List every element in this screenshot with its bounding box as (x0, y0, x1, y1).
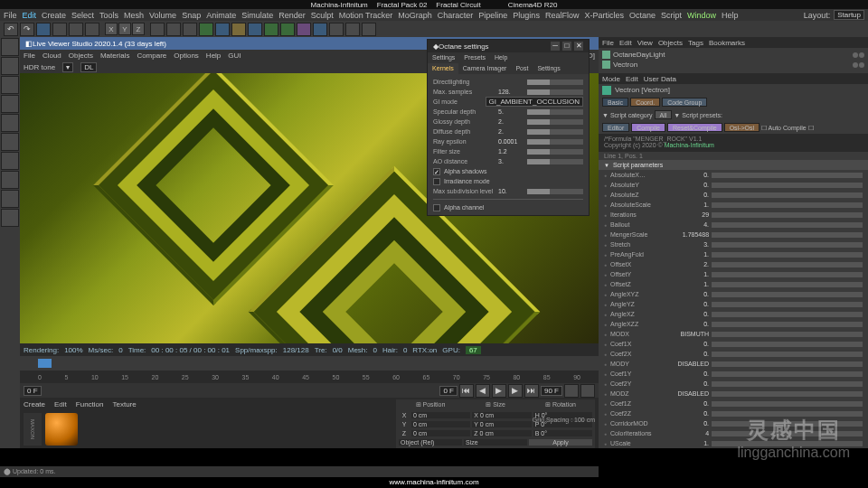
tool-button[interactable] (52, 23, 67, 36)
minimize-button[interactable]: ─ (551, 42, 560, 51)
tool-button[interactable] (248, 23, 262, 36)
param-row[interactable]: AngleYZ0. (599, 299, 868, 309)
tab-create[interactable]: Create (24, 400, 45, 408)
tool-button[interactable] (1, 190, 19, 208)
vpmenu-materials[interactable]: Materials (100, 52, 129, 60)
param-row[interactable]: AngleXZ0. (599, 309, 868, 319)
param-row[interactable]: AbsoluteZ0. (599, 190, 868, 200)
play-button[interactable]: ▶ (492, 384, 506, 398)
axis-z[interactable]: Z (132, 23, 145, 35)
octane-param[interactable]: Directlighting (433, 77, 583, 87)
param-row[interactable]: Coef2Y0. (599, 379, 868, 389)
tab-function[interactable]: Function (76, 400, 104, 408)
menu-select[interactable]: Select (71, 11, 94, 20)
menu-script[interactable]: Script (661, 11, 682, 20)
tab-edit[interactable]: Edit (54, 400, 67, 408)
param-row[interactable]: AbsoluteX…0. (599, 170, 868, 180)
menu-help[interactable]: Help (722, 11, 739, 20)
param-row[interactable]: MODYDISABLED (599, 359, 868, 369)
object-item[interactable]: OctaneDayLight (602, 50, 864, 60)
goto-end-button[interactable]: ⏭ (524, 384, 539, 398)
menu-animate[interactable]: Animate (206, 11, 236, 20)
tool-button[interactable] (1, 38, 19, 56)
param-row[interactable]: Coef1Y0. (599, 369, 868, 379)
tool-button[interactable] (264, 23, 278, 36)
param-row[interactable]: Coef2X0. (599, 349, 868, 359)
menu-mesh[interactable]: Mesh (124, 11, 144, 20)
playhead[interactable] (38, 359, 52, 368)
param-row[interactable]: AbsoluteY0. (599, 180, 868, 190)
frame-start[interactable]: 0 F (24, 386, 42, 396)
menu-render[interactable]: Render (278, 11, 306, 20)
param-row[interactable]: OffsetX2. (599, 259, 868, 269)
vpmenu-objects[interactable]: Objects (69, 52, 93, 60)
octane-titlebar[interactable]: ◆ Octane settings ─□✕ (428, 40, 589, 52)
param-row[interactable]: PreAngFold1. (599, 249, 868, 259)
undo-button[interactable]: ↶ (4, 23, 18, 36)
tool-button[interactable] (166, 23, 181, 36)
script-category-select[interactable]: All (655, 110, 673, 119)
vpmenu-gui[interactable]: GUI (228, 52, 241, 60)
param-row[interactable]: Stretch3. (599, 239, 868, 249)
tool-button[interactable] (150, 23, 165, 36)
param-row[interactable]: AngleXYZ0. (599, 289, 868, 299)
menu-sculpt[interactable]: Sculpt (311, 11, 334, 20)
frame-current[interactable]: 0 F (439, 386, 458, 396)
tool-button[interactable] (1, 57, 19, 75)
tool-button[interactable] (313, 23, 327, 36)
tool-button[interactable] (85, 23, 99, 36)
tool-button[interactable] (231, 23, 246, 36)
apply-button[interactable]: Apply (529, 439, 592, 446)
layout-selector[interactable]: Layout:Startup (804, 10, 864, 20)
param-row[interactable]: OffsetY1. (599, 269, 868, 279)
tool-button[interactable] (1, 152, 19, 170)
tool-button[interactable] (362, 23, 376, 36)
octane-param[interactable]: Diffuse depth2. (433, 127, 583, 136)
param-row[interactable]: AngleXZZ0. (599, 319, 868, 329)
param-row[interactable]: Iterations29 (599, 210, 868, 220)
param-row[interactable]: MODZDISABLED (599, 389, 868, 399)
octane-param[interactable]: Filter size1.2 (433, 146, 583, 156)
menu-window[interactable]: Window (687, 11, 716, 20)
tool-button[interactable] (215, 23, 230, 36)
vpmenu-options[interactable]: Options (174, 52, 199, 60)
param-row[interactable]: CorridorMOD0. (599, 418, 868, 428)
menu-snap[interactable]: Snap (182, 11, 201, 20)
vpmenu-help[interactable]: Help (206, 52, 221, 60)
octane-param[interactable]: AO distance3. (433, 156, 583, 166)
param-row[interactable]: Coef2Z0. (599, 408, 868, 418)
axis-x[interactable]: X (105, 23, 118, 35)
vpmenu-file[interactable]: File (24, 52, 35, 60)
octane-param[interactable]: Ray epsilon0.0001 (433, 136, 583, 146)
param-row[interactable]: Coef1Z0. (599, 399, 868, 408)
param-row[interactable]: ColorIterations4 (599, 428, 868, 438)
menu-realflow[interactable]: RealFlow (545, 11, 580, 20)
menu-x-particles[interactable]: X-Particles (584, 11, 624, 20)
param-row[interactable]: MengerScale1.785488 (599, 230, 868, 239)
octane-param[interactable]: Specular depth5. (433, 107, 583, 117)
tool-button[interactable] (345, 23, 360, 36)
section-header[interactable]: Script parameters (599, 160, 868, 170)
vpmenu-compare[interactable]: Compare (137, 52, 166, 60)
menu-edit[interactable]: Edit (23, 11, 37, 20)
menu-simulate[interactable]: Simulate (241, 11, 273, 20)
param-row[interactable]: AbsoluteScale1. (599, 200, 868, 210)
key-button[interactable] (580, 384, 595, 398)
menu-tools[interactable]: Tools (99, 11, 118, 20)
tab-texture[interactable]: Texture (113, 400, 137, 408)
menu-create[interactable]: Create (42, 11, 66, 20)
menu-file[interactable]: File (4, 11, 17, 20)
tool-button[interactable] (1, 171, 19, 189)
tool-button[interactable] (280, 23, 295, 36)
tool-button[interactable] (1, 133, 19, 151)
prev-frame-button[interactable]: ◀ (476, 384, 490, 398)
axis-y[interactable]: Y (118, 23, 131, 35)
menu-motion tracker[interactable]: Motion Tracker (339, 11, 393, 20)
octane-param[interactable]: GI modeGI_AMBIENT_OCCLUSION (433, 97, 583, 107)
tool-button[interactable] (183, 23, 197, 36)
param-row[interactable]: MODXBISMUTH (599, 329, 868, 339)
param-row[interactable]: OffsetZ1. (599, 279, 868, 289)
close-button[interactable]: ✕ (574, 42, 583, 51)
tool-button[interactable] (199, 23, 213, 36)
maximize-button[interactable]: □ (562, 42, 571, 51)
